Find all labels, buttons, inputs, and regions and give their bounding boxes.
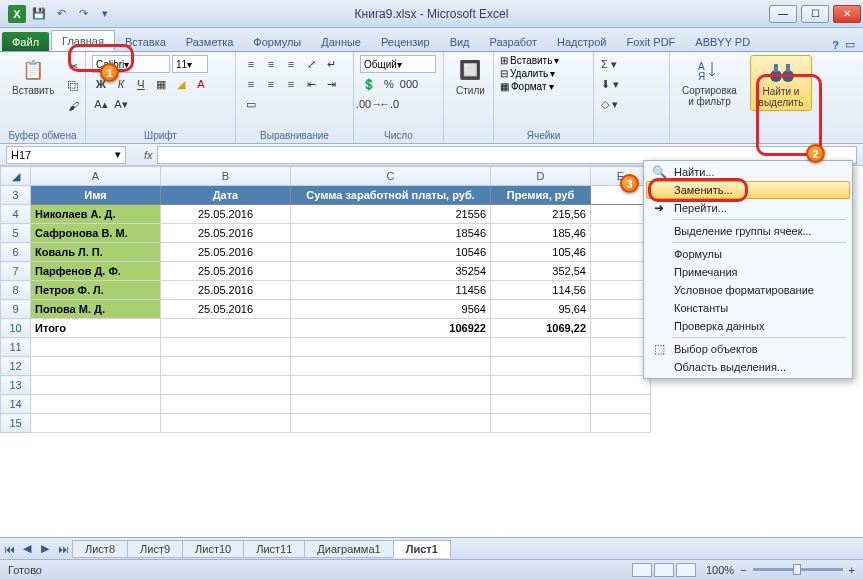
cell[interactable]: 25.05.2016 <box>161 281 291 300</box>
fill-color-button[interactable]: ◢ <box>172 75 190 93</box>
cell[interactable] <box>161 395 291 414</box>
zoom-level[interactable]: 100% <box>706 564 734 576</box>
cell[interactable]: 18546 <box>291 224 491 243</box>
cell[interactable]: 95,64 <box>491 300 591 319</box>
cell[interactable] <box>31 376 161 395</box>
border-button[interactable]: ▦ <box>152 75 170 93</box>
format-painter-icon[interactable]: 🖌 <box>64 97 82 115</box>
row-header[interactable]: 4 <box>1 205 31 224</box>
row-header[interactable]: 9 <box>1 300 31 319</box>
cell[interactable]: Парфенов Д. Ф. <box>31 262 161 281</box>
cell[interactable]: 105,46 <box>491 243 591 262</box>
cell[interactable]: 106922 <box>291 319 491 338</box>
currency-icon[interactable]: 💲 <box>360 75 378 93</box>
cells-delete-button[interactable]: ⊟ Удалить ▾ <box>500 68 555 79</box>
dropdown-item[interactable]: Область выделения... <box>646 358 850 376</box>
col-header[interactable]: A <box>31 167 161 186</box>
align-middle-icon[interactable]: ≡ <box>262 55 280 73</box>
cell[interactable] <box>591 357 651 376</box>
tab-abbyy[interactable]: ABBYY PD <box>685 32 760 51</box>
zoom-out-button[interactable]: − <box>740 564 746 576</box>
cell[interactable]: 9564 <box>291 300 491 319</box>
styles-button[interactable]: 🔲 Стили <box>450 55 491 98</box>
cell[interactable] <box>491 338 591 357</box>
align-top-icon[interactable]: ≡ <box>242 55 260 73</box>
tab-file[interactable]: Файл <box>2 32 49 51</box>
cell[interactable] <box>491 376 591 395</box>
cells-format-button[interactable]: ▦ Формат ▾ <box>500 81 554 92</box>
cell[interactable] <box>591 205 651 224</box>
find-select-button[interactable]: Найти и выделить <box>750 55 812 111</box>
cells-insert-button[interactable]: ⊞ Вставить ▾ <box>500 55 559 66</box>
sheet-tab[interactable]: Лист9 <box>127 540 183 558</box>
cut-icon[interactable]: ✂ <box>64 57 82 75</box>
sheet-tab[interactable]: Лист1 <box>393 540 451 558</box>
row-header[interactable]: 5 <box>1 224 31 243</box>
row-header[interactable]: 6 <box>1 243 31 262</box>
minimize-button[interactable]: — <box>769 5 797 23</box>
font-size-select[interactable]: 11 ▾ <box>172 55 208 73</box>
cell[interactable] <box>31 395 161 414</box>
maximize-button[interactable]: ☐ <box>801 5 829 23</box>
cell[interactable]: 352,54 <box>491 262 591 281</box>
cell[interactable] <box>591 338 651 357</box>
col-header[interactable]: D <box>491 167 591 186</box>
cell[interactable]: Петров Ф. Л. <box>31 281 161 300</box>
cell[interactable]: 25.05.2016 <box>161 262 291 281</box>
cell[interactable] <box>161 338 291 357</box>
zoom-slider[interactable] <box>753 568 843 571</box>
col-header[interactable]: C <box>291 167 491 186</box>
percent-icon[interactable]: % <box>380 75 398 93</box>
decrease-decimal-icon[interactable]: ←.0 <box>380 95 398 113</box>
cell[interactable]: 185,46 <box>491 224 591 243</box>
tab-data[interactable]: Данные <box>311 32 371 51</box>
tab-layout[interactable]: Разметка <box>176 32 244 51</box>
cell[interactable]: Дата <box>161 186 291 205</box>
paste-button[interactable]: 📋 Вставить <box>6 55 60 98</box>
tab-formulas[interactable]: Формулы <box>243 32 311 51</box>
cell[interactable] <box>491 414 591 433</box>
dropdown-item[interactable]: Условное форматирование <box>646 281 850 299</box>
minimize-ribbon-icon[interactable]: ▭ <box>845 38 855 51</box>
tab-addins[interactable]: Надстрой <box>547 32 616 51</box>
cell[interactable]: 114,56 <box>491 281 591 300</box>
col-header[interactable]: B <box>161 167 291 186</box>
cell[interactable] <box>491 395 591 414</box>
sheet-nav-first[interactable]: ⏮ <box>0 540 18 558</box>
row-header[interactable]: 3 <box>1 186 31 205</box>
select-all-corner[interactable]: ◢ <box>1 167 31 186</box>
cell[interactable] <box>591 395 651 414</box>
align-bottom-icon[interactable]: ≡ <box>282 55 300 73</box>
cell[interactable]: Попова М. Д. <box>31 300 161 319</box>
cell[interactable] <box>591 243 651 262</box>
cell[interactable]: Николаев А. Д. <box>31 205 161 224</box>
tab-foxit[interactable]: Foxit PDF <box>616 32 685 51</box>
close-button[interactable]: ✕ <box>833 5 861 23</box>
view-pagelayout-button[interactable] <box>654 563 674 577</box>
increase-indent-icon[interactable]: ⇥ <box>322 75 340 93</box>
sheet-tab[interactable]: Диаграмма1 <box>304 540 393 558</box>
fx-icon[interactable]: fx <box>144 149 153 161</box>
row-header[interactable]: 7 <box>1 262 31 281</box>
tab-insert[interactable]: Вставка <box>115 32 176 51</box>
cell[interactable]: Имя <box>31 186 161 205</box>
view-normal-button[interactable] <box>632 563 652 577</box>
cell[interactable] <box>591 300 651 319</box>
cell[interactable]: 25.05.2016 <box>161 224 291 243</box>
tab-view[interactable]: Вид <box>440 32 480 51</box>
dropdown-item[interactable]: ➜Перейти... <box>646 199 850 217</box>
cell[interactable] <box>591 224 651 243</box>
cell[interactable]: 1069,22 <box>491 319 591 338</box>
dropdown-item[interactable]: Формулы <box>646 245 850 263</box>
cell[interactable]: 11456 <box>291 281 491 300</box>
cell[interactable] <box>291 395 491 414</box>
sheet-nav-next[interactable]: ▶ <box>36 540 54 558</box>
cell[interactable]: Премия, руб <box>491 186 591 205</box>
tab-home[interactable]: Главная <box>51 30 115 51</box>
cell[interactable] <box>31 338 161 357</box>
sheet-tab[interactable]: Лист10 <box>182 540 244 558</box>
dropdown-item[interactable]: Константы <box>646 299 850 317</box>
fill-icon[interactable]: ⬇ ▾ <box>600 75 620 93</box>
undo-icon[interactable]: ↶ <box>52 5 70 23</box>
cell[interactable]: 35254 <box>291 262 491 281</box>
